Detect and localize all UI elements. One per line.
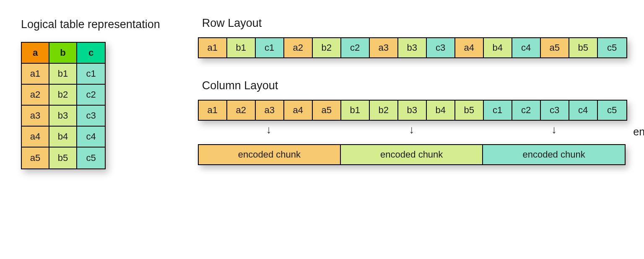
strip-cell: b2	[370, 101, 398, 120]
encoded-chunks-strip: encoded chunkencoded chunkencoded chunk	[198, 144, 626, 165]
cell: c3	[77, 106, 105, 127]
cell: b5	[49, 148, 77, 168]
col-header-a: a	[22, 43, 49, 64]
column-layout-section: Column Layout a1a2a3a4a5b1b2b3b4b5c1c2c3…	[198, 79, 627, 165]
row-layout-title: Row Layout	[202, 17, 627, 30]
arrow-down-icon: ↓	[409, 124, 414, 135]
strip-cell: c3	[541, 101, 569, 120]
row-layout-strip: a1b1c1a2b2c2a3b3c3a4b4c4a5b5c5	[198, 37, 627, 58]
strip-cell: a4	[455, 38, 484, 57]
col-header-c: c	[77, 43, 105, 64]
arrow-down-icon: ↓	[266, 124, 272, 135]
strip-cell: b4	[427, 101, 455, 120]
strip-cell: c1	[484, 101, 512, 120]
cell: c4	[77, 127, 105, 148]
strip-cell: c4	[569, 101, 598, 120]
encoding-label: encoding	[633, 126, 644, 138]
strip-cell: a3	[256, 101, 284, 120]
encoding-arrows: ↓ ↓ ↓ encoding	[198, 123, 626, 142]
strip-cell: c2	[341, 38, 370, 57]
cell: a2	[22, 85, 49, 106]
strip-cell: c4	[512, 38, 541, 57]
column-layout-title: Column Layout	[202, 79, 627, 92]
column-layout-strip: a1a2a3a4a5b1b2b3b4b5c1c2c3c4c5	[198, 100, 627, 121]
strip-cell: a4	[284, 101, 313, 120]
strip-cell: a5	[313, 101, 341, 120]
table-row: a5 b5 c5	[22, 148, 105, 168]
cell: b4	[49, 127, 77, 148]
cell: a5	[22, 148, 49, 168]
strip-cell: b4	[484, 38, 512, 57]
strip-cell: a1	[199, 38, 227, 57]
strip-cell: a2	[284, 38, 313, 57]
strip-cell: b3	[398, 38, 427, 57]
strip-cell: a3	[370, 38, 398, 57]
cell: c2	[77, 85, 105, 106]
encoded-chunk: encoded chunk	[341, 145, 483, 164]
logical-table-section: Logical table representation a b c a1 b1…	[21, 17, 160, 169]
strip-cell: c1	[256, 38, 284, 57]
strip-cell: a2	[227, 101, 256, 120]
cell: b2	[49, 85, 77, 106]
cell: a1	[22, 64, 49, 85]
strip-cell: b5	[455, 101, 484, 120]
strip-cell: a5	[541, 38, 569, 57]
strip-cell: b1	[341, 101, 370, 120]
strip-cell: c2	[512, 101, 541, 120]
table-row: a4 b4 c4	[22, 127, 105, 148]
encoded-chunk: encoded chunk	[483, 145, 624, 164]
cell: a3	[22, 106, 49, 127]
table-row: a2 b2 c2	[22, 85, 105, 106]
logical-title: Logical table representation	[21, 17, 160, 32]
layout-section: Row Layout a1b1c1a2b2c2a3b3c3a4b4c4a5b5c…	[198, 17, 627, 165]
encoded-chunk: encoded chunk	[199, 145, 341, 164]
row-layout-section: Row Layout a1b1c1a2b2c2a3b3c3a4b4c4a5b5c…	[198, 17, 627, 58]
cell: c5	[77, 148, 105, 168]
cell: a4	[22, 127, 49, 148]
table-row: a1 b1 c1	[22, 64, 105, 85]
logical-table: a b c a1 b1 c1 a2 b2 c2 a3 b3 c3 a4 b4	[21, 42, 106, 169]
cell: b3	[49, 106, 77, 127]
arrow-down-icon: ↓	[551, 124, 557, 135]
strip-cell: c3	[427, 38, 455, 57]
strip-cell: b1	[227, 38, 256, 57]
col-header-b: b	[49, 43, 77, 64]
strip-cell: c5	[598, 101, 626, 120]
strip-cell: b2	[313, 38, 341, 57]
strip-cell: b5	[569, 38, 598, 57]
cell: c1	[77, 64, 105, 85]
strip-cell: b3	[398, 101, 427, 120]
strip-cell: a1	[199, 101, 227, 120]
table-header-row: a b c	[22, 43, 105, 64]
table-row: a3 b3 c3	[22, 106, 105, 127]
strip-cell: c5	[598, 38, 626, 57]
cell: b1	[49, 64, 77, 85]
